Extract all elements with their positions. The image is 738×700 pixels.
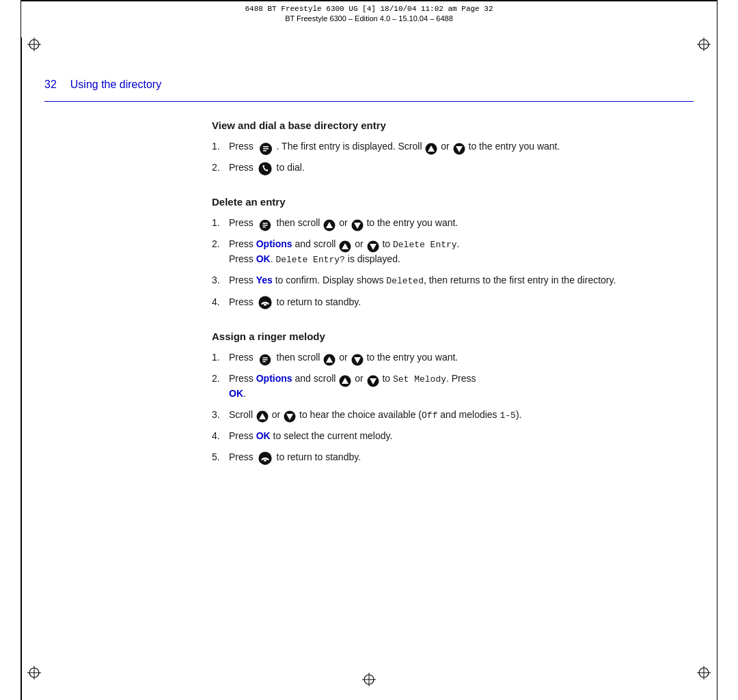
- item-number: 1.: [212, 139, 229, 154]
- crosshair-right-top-icon: [697, 38, 711, 51]
- section-delete-heading: Delete an entry: [212, 196, 683, 208]
- book-icon: [258, 141, 273, 153]
- options-highlight: Options: [256, 238, 292, 249]
- arrow-down-icon: [351, 352, 364, 364]
- item-number: 3.: [212, 273, 229, 288]
- item-number: 2.: [212, 160, 229, 175]
- list-item: 2. Press Options and scroll or: [212, 372, 683, 401]
- header-line2: BT Freestyle 6300 – Edition 4.0 – 15.10.…: [21, 14, 717, 23]
- crosshair-left-top-icon: [27, 38, 41, 51]
- page-number: 32: [44, 79, 57, 91]
- content-area: View and dial a base directory entry 1. …: [212, 120, 683, 486]
- ok-highlight: OK: [229, 388, 243, 399]
- yes-highlight: Yes: [256, 275, 273, 285]
- item-number: 1.: [212, 216, 229, 230]
- list-item: 5. Press to return to standby.: [212, 450, 683, 465]
- section-delete-entry: Delete an entry 1. Press then scroll: [212, 196, 683, 310]
- list-item: 1. Press . The first entry is displayed.…: [212, 139, 683, 154]
- header-line1: 6488 BT Freestyle 6300 UG [4] 18/10/04 1…: [21, 1, 717, 13]
- arrow-down-icon: [351, 218, 364, 230]
- item-number: 5.: [212, 450, 229, 464]
- crosshair-bottom-center-icon: [362, 673, 376, 686]
- svg-rect-41: [262, 361, 266, 362]
- item-content: Press to return to standby.: [229, 295, 683, 310]
- options-highlight: Options: [256, 373, 292, 384]
- crosshair-left-bottom-icon: [27, 666, 41, 680]
- section-assign-ringer-heading: Assign a ringer melody: [212, 331, 683, 342]
- border-right: [717, 38, 718, 700]
- svg-rect-40: [262, 359, 267, 360]
- ringer-list: 1. Press then scroll: [212, 350, 683, 465]
- page-header: 6488 BT Freestyle 6300 UG [4] 18/10/04 1…: [20, 0, 718, 38]
- svg-rect-25: [262, 223, 267, 223]
- item-content: Press to return to standby.: [229, 450, 683, 465]
- deleted-mono: Deleted: [386, 276, 424, 286]
- item-number: 2.: [212, 237, 229, 251]
- item-content: Press then scroll: [229, 216, 683, 230]
- section-view-dial-heading: View and dial a base directory entry: [212, 120, 683, 131]
- list-item: 3. Press Yes to confirm. Display shows D…: [212, 273, 683, 288]
- arrow-up-icon: [339, 373, 351, 385]
- item-content: Press OK to select the current melody.: [229, 429, 683, 443]
- end-icon: [258, 450, 273, 465]
- delete-entry-q-mono: Delete Entry?: [275, 255, 344, 265]
- dial-icon: [258, 160, 273, 176]
- svg-rect-39: [262, 357, 267, 358]
- item-number: 4.: [212, 429, 229, 443]
- svg-rect-55: [264, 460, 266, 462]
- delete-entry-mono: Delete Entry: [393, 240, 457, 250]
- item-content: Scroll or to hear the: [229, 408, 683, 423]
- arrow-down-icon: [453, 141, 465, 153]
- list-item: 2. Press Options and scroll or: [212, 237, 683, 266]
- item-number: 1.: [212, 350, 229, 365]
- list-item: 3. Scroll or: [212, 408, 683, 423]
- svg-rect-17: [263, 148, 269, 150]
- arrow-up-icon: [323, 352, 336, 364]
- arrow-up-icon: [425, 141, 437, 153]
- off-mono: Off: [422, 410, 437, 421]
- list-item: 4. Press to return to standby.: [212, 295, 683, 310]
- list-item: 1. Press then scroll: [212, 350, 683, 365]
- arrow-up-icon: [339, 239, 351, 251]
- delete-list: 1. Press then scroll: [212, 216, 683, 310]
- section-divider: [44, 101, 694, 102]
- view-dial-list: 1. Press . The first entry is displayed.…: [212, 139, 683, 176]
- arrow-down-icon: [367, 373, 379, 385]
- list-item: 1. Press then scroll: [212, 216, 683, 230]
- arrow-down-icon: [284, 409, 296, 421]
- item-content: Press Options and scroll or: [229, 237, 683, 266]
- item-number: 3.: [212, 408, 229, 422]
- svg-rect-27: [262, 227, 266, 227]
- arrow-down-icon: [367, 239, 379, 251]
- end-icon: [258, 295, 273, 310]
- svg-rect-16: [263, 146, 269, 148]
- ok-highlight: OK: [256, 430, 271, 441]
- book-icon: [258, 218, 273, 230]
- item-number: 2.: [212, 372, 229, 386]
- page-section-header: 32 Using the directory: [44, 79, 161, 91]
- crosshair-right-bottom-icon: [697, 666, 711, 680]
- svg-rect-26: [262, 225, 267, 225]
- melodies-mono: 1-5: [500, 410, 516, 421]
- list-item: 4. Press OK to select the current melody…: [212, 429, 683, 443]
- item-content: Press Options and scroll or: [229, 372, 683, 401]
- svg-rect-37: [264, 304, 266, 306]
- item-content: Press Yes to confirm. Display shows Dele…: [229, 273, 683, 288]
- section-view-dial: View and dial a base directory entry 1. …: [212, 120, 683, 176]
- item-number: 4.: [212, 295, 229, 309]
- item-content: Press . The first entry is displayed. Sc…: [229, 139, 683, 154]
- arrow-up-icon: [323, 218, 336, 230]
- list-item: 2. Press to dial.: [212, 160, 683, 176]
- item-content: Press to dial.: [229, 160, 683, 176]
- item-content: Press then scroll: [229, 350, 683, 365]
- arrow-up-icon: [256, 409, 269, 421]
- section-title: Using the directory: [70, 79, 161, 91]
- section-assign-ringer: Assign a ringer melody 1. Press then scr…: [212, 331, 683, 465]
- svg-rect-18: [263, 150, 266, 152]
- ok-highlight: OK: [256, 253, 271, 264]
- book-icon: [258, 352, 273, 364]
- border-left: [20, 38, 22, 700]
- set-melody-mono: Set Melody: [393, 374, 446, 384]
